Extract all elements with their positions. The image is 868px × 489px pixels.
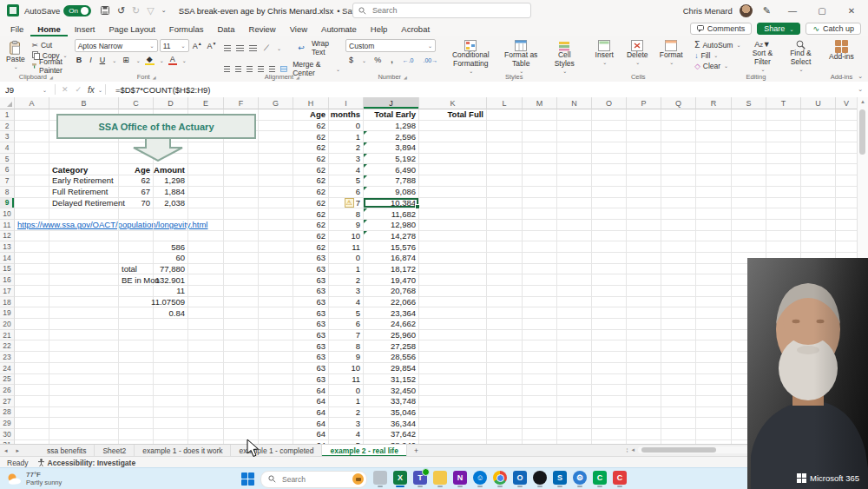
- cell-K2[interactable]: [419, 121, 487, 132]
- cell-Q22[interactable]: [661, 340, 696, 352]
- cell-B21[interactable]: [49, 330, 119, 341]
- column-header-r[interactable]: R: [696, 97, 732, 109]
- cell-H1[interactable]: Age: [293, 109, 329, 121]
- cell-R22[interactable]: [696, 340, 732, 352]
- cell-U6[interactable]: [801, 164, 836, 175]
- column-header-f[interactable]: F: [224, 97, 259, 109]
- cell-J26[interactable]: 32,450: [364, 385, 419, 396]
- cell-P12[interactable]: [627, 231, 661, 242]
- delete-cells-button[interactable]: Delete⌄: [621, 39, 653, 67]
- select-all-corner[interactable]: [0, 97, 15, 109]
- close-button[interactable]: ✕: [840, 6, 863, 16]
- taskbar-icon-onenote[interactable]: N: [453, 471, 467, 487]
- cell-H3[interactable]: 62: [293, 131, 329, 142]
- cell-G3[interactable]: [259, 131, 293, 142]
- cell-K24[interactable]: [419, 363, 487, 374]
- cell-E12[interactable]: [188, 231, 224, 242]
- cell-P18[interactable]: [627, 297, 661, 308]
- alignment-dialog-launcher-icon[interactable]: ◢: [296, 75, 299, 80]
- cell-E21[interactable]: [188, 330, 224, 341]
- cell-L24[interactable]: [487, 363, 523, 374]
- cell-F10[interactable]: [224, 208, 259, 220]
- cell-K18[interactable]: [419, 297, 487, 308]
- cell-C15[interactable]: total: [119, 264, 154, 275]
- cell-K6[interactable]: [419, 164, 487, 175]
- cell-S3[interactable]: [732, 131, 766, 142]
- cell-O8[interactable]: [592, 187, 627, 198]
- cell-B26[interactable]: [49, 385, 119, 396]
- cell-L30[interactable]: [487, 429, 523, 440]
- cell-N24[interactable]: [557, 363, 592, 374]
- cell-K4[interactable]: [419, 142, 487, 154]
- cell-L9[interactable]: [487, 198, 523, 209]
- cell-J1[interactable]: Total Early: [364, 109, 419, 121]
- cell-G13[interactable]: [259, 241, 293, 253]
- align-left-icon[interactable]: [224, 66, 230, 72]
- cell-T2[interactable]: [766, 121, 801, 132]
- scroll-up-icon[interactable]: ▲: [858, 97, 868, 104]
- cell-G10[interactable]: [259, 208, 293, 220]
- cell-B18[interactable]: [49, 297, 119, 308]
- cell-H21[interactable]: 63: [293, 330, 329, 341]
- cell-I2[interactable]: 0: [329, 121, 364, 132]
- cell-G9[interactable]: [259, 198, 293, 209]
- cell-M26[interactable]: [523, 385, 557, 396]
- column-header-k[interactable]: K: [419, 97, 487, 109]
- cell-O2[interactable]: [592, 121, 627, 132]
- sheet-nav-right-icon[interactable]: ▸: [12, 445, 24, 457]
- sheet-nav-left-icon[interactable]: ◂: [0, 445, 12, 457]
- vertical-scroll-thumb[interactable]: [859, 109, 865, 155]
- sheet-tab-sheet2[interactable]: Sheet2: [95, 445, 135, 457]
- cell-G4[interactable]: [259, 142, 293, 154]
- cell-I11[interactable]: 9: [329, 220, 364, 231]
- cell-G28[interactable]: [259, 407, 293, 419]
- cell-N3[interactable]: [557, 131, 592, 142]
- cell-J3[interactable]: 2,596: [364, 131, 419, 142]
- cell-Q14[interactable]: [661, 253, 696, 264]
- cell-O6[interactable]: [592, 164, 627, 175]
- cell-R28[interactable]: [696, 407, 732, 419]
- conditional-formatting-button[interactable]: Conditional Formatting⌄: [444, 39, 496, 75]
- cell-C26[interactable]: [119, 385, 154, 396]
- row-header-22[interactable]: 22: [0, 340, 15, 352]
- cell-S6[interactable]: [732, 164, 766, 175]
- cell-I7[interactable]: 5: [329, 175, 364, 187]
- cell-U8[interactable]: [801, 187, 836, 198]
- cell-H6[interactable]: 62: [293, 164, 329, 175]
- cell-R15[interactable]: [696, 264, 732, 275]
- cell-Q11[interactable]: [661, 220, 696, 231]
- cell-O27[interactable]: [592, 396, 627, 407]
- cell-P17[interactable]: [627, 286, 661, 297]
- taskbar-icon-outlook[interactable]: O: [513, 471, 527, 487]
- cell-N20[interactable]: [557, 319, 592, 330]
- cell-C14[interactable]: [119, 253, 154, 264]
- ribbon-tab-formulas[interactable]: Formulas: [162, 21, 211, 36]
- redo-icon[interactable]: ↻: [132, 0, 140, 21]
- cell-L18[interactable]: [487, 297, 523, 308]
- ribbon-tab-insert[interactable]: Insert: [68, 21, 102, 36]
- cell-S11[interactable]: [732, 220, 766, 231]
- autosave-toggle[interactable]: On: [63, 5, 91, 17]
- cell-U10[interactable]: [801, 208, 836, 220]
- cell-Q26[interactable]: [661, 385, 696, 396]
- cell-F29[interactable]: [224, 418, 259, 429]
- cell-D10[interactable]: [154, 208, 188, 220]
- column-header-p[interactable]: P: [627, 97, 661, 109]
- align-right-icon[interactable]: [247, 66, 253, 72]
- ribbon-tab-data[interactable]: Data: [210, 21, 241, 36]
- cell-T1[interactable]: [766, 109, 801, 121]
- cell-G12[interactable]: [259, 231, 293, 242]
- cell-U11[interactable]: [801, 220, 836, 231]
- cell-D12[interactable]: [154, 231, 188, 242]
- taskbar-icon-file-explorer[interactable]: [433, 471, 447, 487]
- cell-R30[interactable]: [696, 429, 732, 440]
- cell-R18[interactable]: [696, 297, 732, 308]
- cell-N27[interactable]: [557, 396, 592, 407]
- cell-S9[interactable]: [732, 198, 766, 209]
- column-header-n[interactable]: N: [557, 97, 592, 109]
- cell-R29[interactable]: [696, 418, 732, 429]
- cell-G2[interactable]: [259, 121, 293, 132]
- cell-Q4[interactable]: [661, 142, 696, 154]
- collapse-ribbon-icon[interactable]: ⌄: [858, 73, 863, 80]
- cell-N7[interactable]: [557, 175, 592, 187]
